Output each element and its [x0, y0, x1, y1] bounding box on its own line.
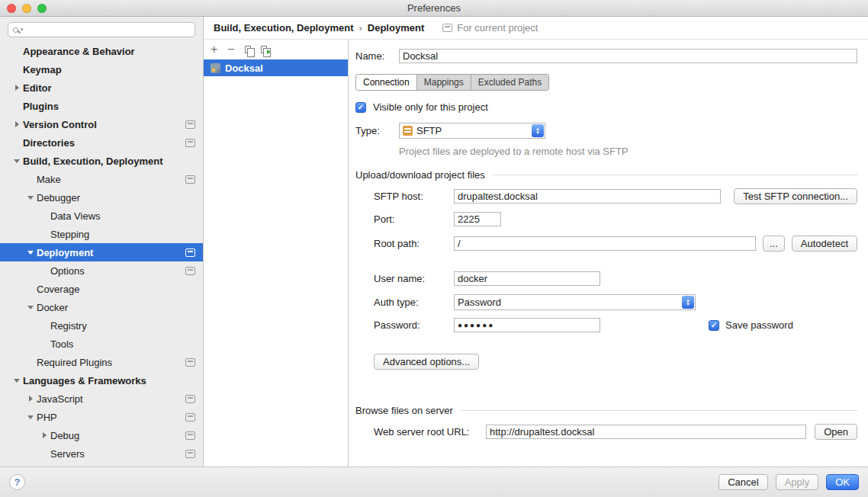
for-current-project-label: For current project: [457, 22, 538, 34]
port-label: Port:: [374, 213, 454, 225]
remove-server-button[interactable]: −: [227, 43, 234, 56]
for-current-project-badge: For current project: [442, 22, 538, 34]
sidebar-item-stepping[interactable]: Stepping: [0, 225, 203, 243]
cancel-button[interactable]: Cancel: [719, 474, 767, 490]
content-area: Build, Execution, Deployment › Deploymen…: [204, 17, 868, 467]
sidebar-item-tools[interactable]: Tools: [0, 335, 203, 353]
dialog-footer: ? Cancel Apply OK: [0, 467, 868, 497]
sidebar-item-build-execution-deployment[interactable]: Build, Execution, Deployment: [0, 152, 203, 170]
chevron-right-icon[interactable]: [11, 79, 23, 97]
autodetect-button[interactable]: Autodetect: [792, 236, 857, 252]
web-root-input[interactable]: [486, 425, 806, 439]
sidebar-item-data-views[interactable]: Data Views: [0, 207, 203, 225]
project-settings-icon: [185, 358, 195, 367]
type-dropdown[interactable]: SFTP ▲▼: [399, 123, 545, 139]
search-icon: [13, 27, 18, 33]
tab-connection[interactable]: Connection: [356, 75, 416, 90]
password-label: Password:: [374, 319, 454, 331]
project-settings-icon: [185, 413, 195, 422]
project-settings-icon: [185, 248, 195, 257]
copy-server-icon[interactable]: [245, 46, 251, 53]
sidebar-item-make[interactable]: Make: [0, 170, 203, 188]
chevron-right-icon[interactable]: [38, 426, 50, 444]
test-sftp-connection-button[interactable]: Test SFTP connection...: [734, 188, 857, 204]
project-settings-icon: [185, 175, 195, 184]
chevron-down-icon[interactable]: [24, 408, 37, 426]
tab-mappings[interactable]: Mappings: [416, 75, 471, 90]
browse-root-path-button[interactable]: ...: [763, 236, 785, 252]
sftp-host-label: SFTP host:: [374, 191, 454, 202]
sftp-icon: [403, 126, 413, 136]
search-input[interactable]: ▾: [8, 22, 195, 37]
chevron-right-icon[interactable]: [11, 115, 23, 133]
server-name-label: Docksal: [225, 63, 263, 74]
sidebar-item-deployment[interactable]: Deployment: [0, 243, 203, 261]
sidebar-item-debug[interactable]: Debug: [0, 426, 203, 444]
sftp-host-input[interactable]: [454, 189, 721, 204]
browse-section-label: Browse files on server: [355, 405, 453, 416]
password-input[interactable]: [454, 318, 600, 332]
sidebar-item-registry[interactable]: Registry: [0, 316, 203, 335]
advanced-options-button[interactable]: Advanced options...: [374, 354, 479, 370]
tab-excluded-paths[interactable]: Excluded Paths: [471, 75, 548, 90]
paste-server-icon[interactable]: [261, 46, 267, 53]
docksal-server-icon: [211, 63, 220, 73]
project-settings-icon: [185, 431, 195, 440]
project-settings-icon: [442, 24, 452, 32]
sidebar-item-javascript[interactable]: JavaScript: [0, 390, 203, 408]
sidebar-item-keymap[interactable]: Keymap: [0, 60, 203, 79]
project-settings-icon: [185, 120, 195, 129]
breadcrumb-separator: ›: [358, 22, 362, 34]
close-button[interactable]: [7, 4, 16, 13]
auth-type-dropdown[interactable]: Password ▲▼: [454, 294, 696, 310]
zoom-button[interactable]: [37, 4, 47, 13]
sidebar-item-required-plugins[interactable]: Required Plugins: [0, 353, 203, 371]
chevron-down-icon[interactable]: [11, 152, 23, 170]
chevron-down-icon: ▾: [21, 27, 24, 33]
chevron-down-icon[interactable]: [24, 188, 37, 207]
deployment-form: Name: Connection Mappings Excluded Paths…: [349, 40, 868, 467]
apply-button[interactable]: Apply: [776, 474, 819, 490]
visible-only-label: Visible only for this project: [373, 101, 488, 113]
minimize-button[interactable]: [22, 4, 31, 13]
section-divider: [493, 175, 857, 175]
sidebar-item-options[interactable]: Options: [0, 261, 203, 280]
chevron-right-icon[interactable]: [24, 390, 37, 408]
port-input[interactable]: [454, 212, 501, 226]
visible-only-checkbox[interactable]: [355, 102, 366, 113]
name-input[interactable]: [399, 49, 857, 63]
root-path-label: Root path:: [374, 238, 454, 249]
window-title: Preferences: [0, 2, 868, 14]
type-value: SFTP: [416, 125, 527, 136]
sidebar-item-version-control[interactable]: Version Control: [0, 115, 203, 133]
auth-type-label: Auth type:: [374, 297, 454, 308]
sidebar-item-docker[interactable]: Docker: [0, 298, 203, 316]
sidebar-item-servers[interactable]: Servers: [0, 444, 203, 463]
sidebar-item-coverage[interactable]: Coverage: [0, 280, 203, 298]
chevron-down-icon[interactable]: [24, 298, 37, 316]
chevron-down-icon[interactable]: [11, 371, 23, 390]
dropdown-stepper-icon[interactable]: ▲▼: [532, 124, 544, 137]
server-list-panel: + − Docksal: [204, 40, 349, 467]
sidebar-item-debugger[interactable]: Debugger: [0, 188, 203, 207]
sidebar-item-directories[interactable]: Directories: [0, 133, 203, 152]
ok-button[interactable]: OK: [826, 474, 859, 490]
server-list-item-docksal[interactable]: Docksal: [204, 59, 348, 76]
save-password-checkbox[interactable]: [709, 320, 719, 331]
help-button[interactable]: ?: [9, 474, 25, 490]
sidebar-item-plugins[interactable]: Plugins: [0, 97, 203, 115]
open-button[interactable]: Open: [815, 424, 857, 440]
sidebar-item-appearance-behavior[interactable]: Appearance & Behavior: [0, 42, 203, 60]
add-server-button[interactable]: +: [211, 43, 217, 56]
dropdown-stepper-icon[interactable]: ▲▼: [682, 296, 694, 309]
user-name-input[interactable]: [454, 271, 600, 286]
upload-section-label: Upload/download project files: [355, 169, 485, 181]
chevron-down-icon[interactable]: [24, 243, 37, 261]
root-path-input[interactable]: [454, 236, 756, 251]
web-root-label: Web server root URL:: [374, 426, 486, 438]
sidebar-item-editor[interactable]: Editor: [0, 79, 203, 97]
breadcrumb-part-2: Deployment: [368, 22, 424, 34]
sidebar-item-php[interactable]: PHP: [0, 408, 203, 426]
breadcrumb-part-1[interactable]: Build, Execution, Deployment: [214, 22, 353, 34]
sidebar-item-languages-frameworks[interactable]: Languages & Frameworks: [0, 371, 203, 390]
